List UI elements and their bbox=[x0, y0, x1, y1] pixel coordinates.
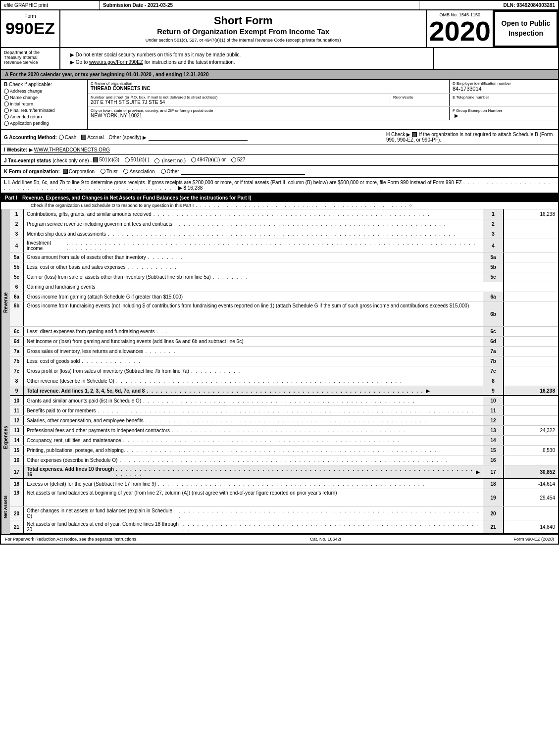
name-change-radio[interactable] bbox=[4, 95, 9, 100]
amended-return-radio[interactable] bbox=[4, 114, 9, 119]
main-form-body: B Check if applicable: Address change Na… bbox=[1, 80, 558, 130]
line-5b-desc-text: Less: cost or other basis and sales expe… bbox=[27, 264, 126, 270]
tax-527-check[interactable] bbox=[231, 157, 236, 162]
line-9-num: 9 bbox=[10, 386, 24, 395]
submission-date-label: Submission Date - bbox=[103, 2, 146, 8]
part-i-title: Revenue, Expenses, and Changes in Net As… bbox=[22, 195, 252, 201]
section-a: A For the 2020 calendar year, or tax yea… bbox=[1, 70, 558, 80]
org-group-cell: F Group Exemption Number ▶ bbox=[449, 107, 558, 120]
website-url[interactable]: WWW.THREADCONNECTS.ORG bbox=[34, 147, 110, 152]
cash-radio[interactable] bbox=[59, 135, 64, 140]
line-8-desc-text: Other revenue (describe in Schedule O) bbox=[27, 378, 114, 384]
org-city-cell: City or town, state or province, country… bbox=[88, 107, 449, 120]
line-10-desc: Grants and similar amounts paid (list in… bbox=[24, 396, 483, 405]
line-7b-desc: Less: cost of goods sold . . . . . . . .… bbox=[24, 356, 483, 366]
footer-form-ref: Form 990-EZ (2020) bbox=[513, 537, 554, 542]
line-10-amount bbox=[504, 396, 558, 405]
form-org-row: K Form of organization: Corporation Trus… bbox=[1, 166, 558, 178]
other-check[interactable] bbox=[161, 169, 166, 174]
other-text-input[interactable] bbox=[181, 168, 305, 175]
org-phone-cell: E Telephone number bbox=[449, 94, 558, 106]
expenses-side-label: Expenses bbox=[1, 396, 10, 479]
line-14-amount bbox=[504, 436, 558, 445]
line-5b-amount bbox=[504, 262, 558, 272]
initial-return-radio[interactable] bbox=[4, 101, 9, 106]
line-5c-desc: Gain or (loss) from sale of assets other… bbox=[24, 272, 483, 282]
line-3-desc-text: Membership dues and assessments bbox=[27, 231, 106, 237]
line-1-dots: . . . . . . . . . . . . . . . . . . . . … bbox=[153, 211, 430, 217]
corp-option: Corporation bbox=[63, 169, 95, 174]
line-2-amount bbox=[504, 219, 558, 229]
org-info-block: C Name of organization THREAD CONNECTS I… bbox=[88, 80, 558, 129]
l-label: L bbox=[4, 180, 8, 185]
line-14-desc-text: Occupancy, rent, utilities, and maintena… bbox=[27, 438, 121, 443]
line-11-dots: . . . . . . . . . . . . . . . . . . . . … bbox=[98, 408, 474, 413]
line-16-amount bbox=[504, 455, 558, 465]
line-13-num: 13 bbox=[10, 426, 24, 435]
org-name-cell: C Name of organization THREAD CONNECTS I… bbox=[88, 80, 449, 93]
part-i-check-box: ○ bbox=[409, 203, 412, 208]
line-18-amount: -14,614 bbox=[504, 479, 558, 489]
line-7b-ref: 7b bbox=[483, 356, 504, 366]
part-i-instructions: (see the instructions for Part I) bbox=[180, 195, 252, 201]
line-12-dots: . . . . . . . . . . . . . . . . . . . . … bbox=[146, 418, 432, 423]
form-number: 990EZ bbox=[5, 20, 55, 37]
tax-insert-check[interactable] bbox=[154, 158, 159, 163]
app-pending-radio[interactable] bbox=[4, 121, 9, 126]
line-14-dots: . . . . . . . . . . . . . . . . . . . . … bbox=[123, 438, 400, 443]
tax-4947-check[interactable] bbox=[191, 157, 196, 162]
line-12-desc-text: Salaries, other compensation, and employ… bbox=[27, 418, 144, 423]
org-name-row: C Name of organization THREAD CONNECTS I… bbox=[88, 80, 558, 94]
line-1-amount: 16,238 bbox=[504, 209, 558, 219]
h-checkbox[interactable] bbox=[412, 132, 417, 137]
line-14: 14 Occupancy, rent, utilities, and maint… bbox=[10, 436, 558, 446]
line-15-dots: . . . . . . . . . . . . . . . . . . . . … bbox=[127, 448, 442, 453]
org-address-cell: Number and street (or P.O. box, if mail … bbox=[88, 94, 390, 106]
section-b-label: B Check if applicable: bbox=[4, 82, 84, 87]
address-change-radio[interactable] bbox=[4, 89, 9, 94]
line-5b-num: 5b bbox=[10, 262, 24, 272]
final-return-radio[interactable] bbox=[4, 108, 9, 113]
line-6c: 6c Less: direct expenses from gaming and… bbox=[10, 327, 558, 337]
accrual-option: Accrual bbox=[81, 135, 103, 140]
b-label: B bbox=[4, 82, 7, 87]
goto-url[interactable]: www.irs.gov/Form990EZ bbox=[89, 59, 143, 65]
tax-status-row: J Tax-exempt status (check only one) - 5… bbox=[1, 155, 558, 166]
line-7c-num: 7c bbox=[10, 366, 24, 376]
org-address-row: Number and street (or P.O. box, if mail … bbox=[88, 94, 558, 107]
cash-option: Cash bbox=[59, 135, 76, 140]
org-group-value: ▶ bbox=[453, 113, 555, 118]
corp-check[interactable] bbox=[63, 169, 68, 174]
open-to-public-text: Open to Public Inspection bbox=[497, 19, 555, 38]
line-13: 13 Professional fees and other payments … bbox=[10, 426, 558, 436]
line-6b: 6b Gross income from fundraising events … bbox=[10, 302, 558, 327]
line-6a-desc-text: Gross income from gaming (attach Schedul… bbox=[27, 294, 183, 300]
line-12-ref: 12 bbox=[483, 416, 504, 425]
line-20-num: 20 bbox=[10, 507, 24, 520]
line-17-dots: . . . . . . . . . . . . . . . . . . . . … bbox=[116, 466, 474, 477]
line-15-desc-text: Printing, publications, postage, and shi… bbox=[27, 448, 125, 453]
line-5c-ref: 5c bbox=[483, 272, 504, 282]
org-phone-label: E Telephone number bbox=[453, 95, 555, 100]
line-11-desc-text: Benefits paid to or for members bbox=[27, 408, 96, 413]
accrual-checkbox[interactable] bbox=[81, 135, 86, 140]
org-name-label: C Name of organization bbox=[91, 81, 446, 86]
check-final-return: Final return/terminated bbox=[4, 108, 84, 113]
tax-527: 527 bbox=[231, 157, 246, 162]
assoc-check[interactable] bbox=[123, 169, 128, 174]
h-check-text: Check ▶ bbox=[391, 132, 412, 137]
line-6c-ref: 6c bbox=[483, 327, 504, 336]
other-input[interactable] bbox=[149, 134, 248, 141]
trust-option: Trust bbox=[101, 169, 117, 174]
line-6c-amount bbox=[504, 327, 558, 336]
tax-501c3-check[interactable] bbox=[93, 157, 98, 162]
org-room-cell: Room/suite bbox=[390, 94, 449, 106]
line-9-arrow: ▶ bbox=[426, 388, 430, 394]
tax-501c-check[interactable] bbox=[125, 157, 130, 162]
line-16-num: 16 bbox=[10, 455, 24, 465]
trust-check[interactable] bbox=[101, 169, 105, 174]
line-3-num: 3 bbox=[10, 229, 24, 239]
line-7c-desc: Gross profit or (loss) from sales of inv… bbox=[24, 366, 483, 376]
line-15: 15 Printing, publications, postage, and … bbox=[10, 446, 558, 455]
check-name-change: Name change bbox=[4, 95, 84, 100]
